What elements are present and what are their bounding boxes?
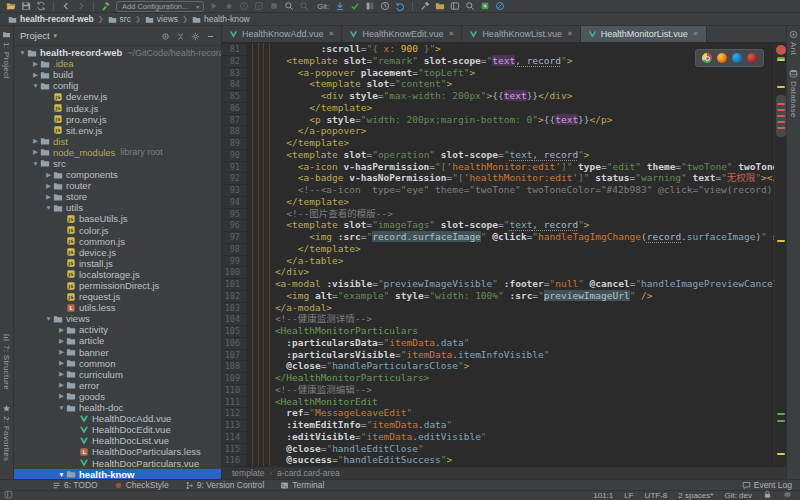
expanded-arrow-icon[interactable]: ▼ bbox=[31, 160, 40, 167]
back-button[interactable] bbox=[61, 0, 71, 12]
tool-window-button-terminal[interactable]: Terminal bbox=[280, 480, 324, 490]
status-item[interactable]: 2 spaces* bbox=[678, 491, 713, 500]
tree-item-components[interactable]: ▶components bbox=[14, 169, 221, 180]
tree-item-views[interactable]: ▼views bbox=[14, 313, 221, 324]
collapsed-arrow-icon[interactable]: ▶ bbox=[57, 326, 66, 334]
git-update-button[interactable] bbox=[335, 0, 345, 12]
tree-item-node_modules[interactable]: ▶node_moduleslibrary root bbox=[14, 147, 221, 158]
stripe-mark[interactable] bbox=[777, 413, 785, 415]
tree-item-sit.env.js[interactable]: JSsit.env.js bbox=[14, 125, 221, 136]
firefox-browser-icon[interactable] bbox=[717, 53, 727, 63]
collapsed-arrow-icon[interactable]: ▶ bbox=[31, 148, 40, 156]
tool-window-button-6-todo[interactable]: 6: TODO bbox=[52, 480, 98, 490]
chrome-browser-icon[interactable] bbox=[702, 53, 712, 63]
error-stripe[interactable] bbox=[774, 43, 786, 466]
stop-button[interactable] bbox=[269, 0, 279, 12]
stripe-mark[interactable] bbox=[777, 86, 785, 88]
editor-breadcrumb-item[interactable]: a-card.card-area bbox=[277, 468, 340, 478]
collapsed-arrow-icon[interactable]: ▶ bbox=[31, 60, 40, 68]
minus-button[interactable] bbox=[206, 27, 215, 45]
tool-strip-button-7-structure[interactable]: 7: Structure bbox=[2, 333, 11, 390]
status-item[interactable]: Git: dev bbox=[724, 491, 752, 500]
collapsed-arrow-icon[interactable]: ▶ bbox=[57, 381, 66, 389]
tree-item-device.js[interactable]: JSdevice.js bbox=[14, 247, 221, 258]
forward-button[interactable] bbox=[76, 0, 86, 12]
run-button[interactable] bbox=[209, 0, 219, 12]
tree-item-HealthDocList.vue[interactable]: HealthDocList.vue bbox=[14, 435, 221, 446]
collapsed-arrow-icon[interactable]: ▶ bbox=[44, 171, 53, 179]
search-small-button[interactable] bbox=[284, 0, 294, 12]
close-icon[interactable]: ✕ bbox=[329, 30, 335, 38]
expanded-arrow-icon[interactable]: ▼ bbox=[31, 82, 40, 89]
expanded-arrow-icon[interactable]: ▼ bbox=[44, 315, 53, 322]
collapsed-arrow-icon[interactable]: ▶ bbox=[57, 348, 66, 356]
stripe-mark[interactable] bbox=[777, 127, 785, 129]
tab-HealthMonitorList.vue[interactable]: HealthMonitorList.vue✕ bbox=[581, 26, 707, 42]
tree-item-permissionDirect.js[interactable]: JSpermissionDirect.js bbox=[14, 280, 221, 291]
status-item[interactable]: LF bbox=[624, 491, 633, 500]
tree-item-src[interactable]: ▼src bbox=[14, 158, 221, 169]
tree-item-utils.less[interactable]: Lutils.less bbox=[14, 302, 221, 313]
collapsed-arrow-icon[interactable]: ▶ bbox=[44, 182, 53, 190]
expanded-arrow-icon[interactable]: ▼ bbox=[44, 204, 53, 211]
sync-button[interactable] bbox=[36, 0, 46, 12]
target-button[interactable] bbox=[161, 27, 170, 45]
stripe-mark[interactable] bbox=[777, 115, 785, 117]
tree-item-goods[interactable]: ▶goods bbox=[14, 391, 221, 402]
run-configuration-select[interactable]: Add Configuration...▾ bbox=[116, 1, 204, 12]
stripe-mark[interactable] bbox=[777, 109, 785, 111]
debug-button[interactable] bbox=[224, 0, 234, 12]
expanded-arrow-icon[interactable]: ▼ bbox=[57, 404, 66, 411]
tree-item-index.js[interactable]: JSindex.js bbox=[14, 102, 221, 113]
tree-item-config[interactable]: ▼config bbox=[14, 80, 221, 91]
tree-item-baseUtils.js[interactable]: JSbaseUtils.js bbox=[14, 213, 221, 224]
stripe-mark[interactable] bbox=[777, 103, 785, 105]
breadcrumb-item-src[interactable]: src bbox=[108, 14, 131, 24]
stripe-mark[interactable] bbox=[777, 240, 785, 242]
collapse-button[interactable] bbox=[176, 27, 185, 45]
tree-item-HealthDocParticulars.less[interactable]: LHealthDocParticulars.less bbox=[14, 446, 221, 457]
open-folder-button[interactable] bbox=[6, 0, 16, 12]
profile-button[interactable] bbox=[239, 0, 249, 12]
tool-strip-button-1-project[interactable]: 1: Project bbox=[2, 30, 11, 79]
tree-item-localstorage.js[interactable]: JSlocalstorage.js bbox=[14, 269, 221, 280]
project-panel-title[interactable]: Project bbox=[20, 30, 50, 41]
tool-window-button-checkstyle[interactable]: CheckStyle bbox=[114, 480, 169, 490]
tool-strip-button-2-favorites[interactable]: 2: Favorites bbox=[2, 404, 11, 461]
status-item[interactable]: 101:1 bbox=[593, 491, 613, 500]
tab-HealthKnowList.vue[interactable]: HealthKnowList.vue✕ bbox=[462, 26, 580, 42]
expanded-arrow-icon[interactable]: ▼ bbox=[57, 471, 66, 478]
tree-item-common[interactable]: ▶common bbox=[14, 358, 221, 369]
blue-ban-button[interactable] bbox=[495, 0, 505, 12]
stripe-mark[interactable] bbox=[777, 453, 785, 455]
stripe-mark[interactable] bbox=[777, 59, 785, 61]
find-button[interactable] bbox=[299, 0, 309, 12]
stripe-mark[interactable] bbox=[777, 121, 785, 123]
tree-item-utils[interactable]: ▼utils bbox=[14, 202, 221, 213]
close-icon[interactable]: ✕ bbox=[567, 30, 573, 38]
close-icon[interactable]: ✕ bbox=[449, 30, 455, 38]
tab-HealthKnowEdit.vue[interactable]: HealthKnowEdit.vue✕ bbox=[342, 26, 462, 42]
tree-item-color.js[interactable]: JScolor.js bbox=[14, 225, 221, 236]
collapsed-arrow-icon[interactable]: ▶ bbox=[57, 392, 66, 400]
tree-item-request.js[interactable]: JSrequest.js bbox=[14, 291, 221, 302]
tree-item-common.js[interactable]: JScommon.js bbox=[14, 236, 221, 247]
tree-item-article[interactable]: ▶article bbox=[14, 335, 221, 346]
tree-item-store[interactable]: ▶store bbox=[14, 191, 221, 202]
save-button[interactable] bbox=[21, 0, 31, 12]
collapsed-arrow-icon[interactable]: ▶ bbox=[57, 359, 66, 367]
collapsed-arrow-icon[interactable]: ▶ bbox=[57, 337, 66, 345]
tree-item-HealthDocEdit.vue[interactable]: HealthDocEdit.vue bbox=[14, 424, 221, 435]
chevron-down-icon[interactable]: ▾ bbox=[54, 32, 58, 40]
tree-item-router[interactable]: ▶router bbox=[14, 180, 221, 191]
tree-item-banner[interactable]: ▶banner bbox=[14, 347, 221, 358]
layout-button[interactable] bbox=[450, 0, 460, 12]
tree-item-curriculum[interactable]: ▶curriculum bbox=[14, 369, 221, 380]
coverage-button[interactable] bbox=[254, 0, 264, 12]
tree-item-pro.env.js[interactable]: JSpro.env.js bbox=[14, 114, 221, 125]
collapsed-arrow-icon[interactable]: ▶ bbox=[31, 137, 40, 145]
breadcrumb-item-health-know[interactable]: health-know bbox=[192, 14, 250, 24]
gear-button[interactable] bbox=[191, 27, 200, 45]
error-indicator-icon[interactable] bbox=[776, 45, 786, 55]
tool-strip-button-database[interactable]: Database bbox=[789, 69, 798, 118]
